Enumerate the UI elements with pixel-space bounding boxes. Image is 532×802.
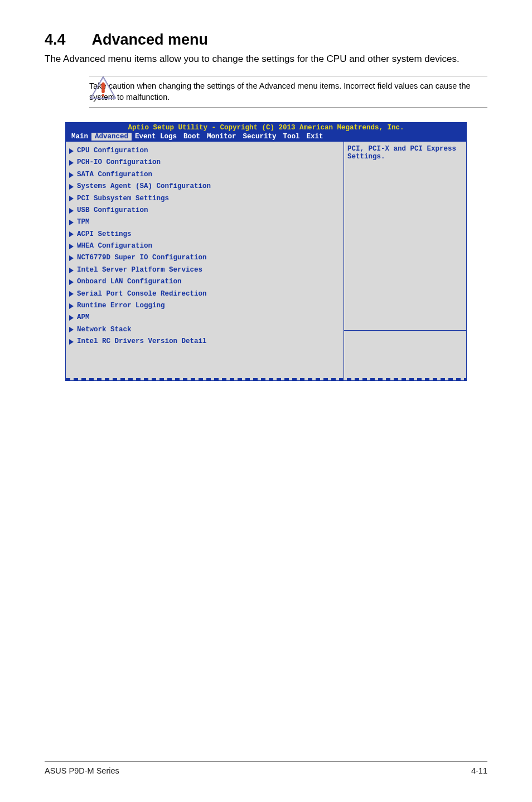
svg-marker-16	[69, 303, 74, 309]
lead-paragraph: The Advanced menu items allow you to cha…	[45, 53, 487, 66]
submenu-arrow-icon	[69, 315, 74, 321]
bios-screenshot: Aptio Setup Utility - Copyright (C) 2013…	[65, 122, 467, 381]
svg-marker-14	[69, 279, 74, 285]
svg-marker-6	[69, 184, 74, 190]
svg-marker-17	[69, 315, 74, 321]
bios-tab-security[interactable]: Security	[240, 133, 280, 141]
submenu-arrow-icon	[69, 208, 74, 214]
svg-marker-18	[69, 327, 74, 332]
submenu-arrow-icon	[69, 244, 74, 249]
bios-menu-label: APM	[77, 312, 90, 323]
bios-menu-item[interactable]: PCI Subsystem Settings	[69, 193, 340, 205]
bios-menu-item[interactable]: NCT6779D Super IO Configuration	[69, 252, 340, 264]
svg-point-2	[102, 94, 104, 96]
submenu-arrow-icon	[69, 184, 74, 190]
svg-marker-4	[69, 160, 74, 166]
bios-menu-label: Onboard LAN Configuration	[77, 277, 182, 287]
bios-help-lower-box	[344, 330, 466, 378]
svg-marker-11	[69, 244, 74, 249]
bios-menu-item[interactable]: PCH-IO Configuration	[69, 157, 340, 168]
bios-menu-item[interactable]: CPU Configuration	[69, 145, 340, 157]
bios-menu-item[interactable]: ACPI Settings	[69, 229, 340, 240]
svg-marker-7	[69, 196, 74, 201]
section-heading: 4.4 Advanced menu	[45, 31, 487, 49]
bios-menu-item[interactable]: Serial Port Console Redirection	[69, 288, 340, 300]
bios-menu-label: USB Configuration	[77, 205, 148, 216]
submenu-arrow-icon	[69, 172, 74, 178]
submenu-arrow-icon	[69, 148, 74, 154]
bios-tab-monitor[interactable]: Monitor	[204, 133, 240, 141]
svg-marker-5	[69, 172, 74, 178]
bios-help-pane: PCI, PCI-X and PCI Express Settings.	[344, 142, 466, 378]
bios-tab-advanced[interactable]: Advanced	[91, 133, 132, 141]
bios-title: Aptio Setup Utility - Copyright (C) 2013…	[66, 123, 466, 133]
section-title: Advanced menu	[92, 31, 209, 48]
footer-left: ASUS P9D-M Series	[45, 766, 119, 775]
bios-menu-item[interactable]: Runtime Error Logging	[69, 300, 340, 312]
bios-menu-label: Serial Port Console Redirection	[77, 289, 207, 299]
bios-menu-item[interactable]: Onboard LAN Configuration	[69, 276, 340, 288]
submenu-arrow-icon	[69, 196, 74, 201]
svg-marker-8	[69, 208, 74, 214]
bios-menu-item[interactable]: WHEA Configuration	[69, 240, 340, 252]
bios-menu-item[interactable]: Network Stack	[69, 324, 340, 336]
bios-menu-item[interactable]: SATA Configuration	[69, 169, 340, 181]
bios-tab-eventlogs[interactable]: Event Logs	[132, 133, 180, 141]
bios-menu-label: Runtime Error Logging	[77, 301, 165, 311]
svg-rect-1	[101, 88, 105, 93]
submenu-arrow-icon	[69, 220, 74, 225]
bios-menu-label: ACPI Settings	[77, 229, 132, 240]
caution-block: Take caution when changing the settings …	[89, 76, 487, 108]
bios-menu-item[interactable]: Intel RC Drivers Version Detail	[69, 336, 340, 347]
bios-menu-label: PCI Subsystem Settings	[77, 194, 169, 204]
bios-tab-tool[interactable]: Tool	[280, 133, 303, 141]
submenu-arrow-icon	[69, 339, 74, 345]
svg-marker-3	[69, 148, 74, 154]
submenu-arrow-icon	[69, 279, 74, 285]
bios-menu-item[interactable]: Systems Agent (SA) Configuration	[69, 181, 340, 192]
bios-tab-boot[interactable]: Boot	[180, 133, 204, 141]
submenu-arrow-icon	[69, 268, 74, 273]
bios-menu-label: WHEA Configuration	[77, 241, 152, 252]
bios-help-text: PCI, PCI-X and PCI Express Settings.	[347, 145, 463, 161]
svg-marker-19	[69, 339, 74, 345]
bios-tab-bar: Main Advanced Event Logs Boot Monitor Se…	[66, 133, 466, 142]
bios-menu-label: Intel RC Drivers Version Detail	[77, 336, 207, 347]
bios-tab-exit[interactable]: Exit	[303, 133, 327, 141]
svg-marker-13	[69, 268, 74, 273]
section-number: 4.4	[45, 31, 88, 49]
submenu-arrow-icon	[69, 303, 74, 309]
caution-text: Take caution when changing the settings …	[89, 80, 487, 104]
bios-menu-item[interactable]: USB Configuration	[69, 205, 340, 216]
svg-marker-10	[69, 231, 74, 237]
bios-menu-label: Intel Server Platform Services	[77, 265, 202, 276]
caution-icon	[89, 76, 117, 103]
bios-menu-item[interactable]: APM	[69, 312, 340, 323]
submenu-arrow-icon	[69, 291, 74, 297]
svg-marker-15	[69, 291, 74, 297]
submenu-arrow-icon	[69, 231, 74, 237]
page-footer: ASUS P9D-M Series 4-11	[45, 761, 487, 775]
bios-menu-label: SATA Configuration	[77, 170, 152, 180]
footer-right: 4-11	[471, 766, 487, 775]
submenu-arrow-icon	[69, 160, 74, 166]
bios-menu-item[interactable]: TPM	[69, 216, 340, 228]
submenu-arrow-icon	[69, 255, 74, 261]
bios-menu-label: NCT6779D Super IO Configuration	[77, 253, 207, 263]
bios-bottom-divider	[66, 378, 466, 380]
bios-tab-main[interactable]: Main	[68, 133, 91, 141]
bios-menu-label: TPM	[77, 217, 90, 228]
bios-menu-label: PCH-IO Configuration	[77, 157, 161, 168]
bios-menu-list: CPU Configuration PCH-IO Configuration S…	[66, 142, 344, 378]
bios-menu-label: CPU Configuration	[77, 146, 148, 156]
svg-marker-9	[69, 220, 74, 225]
bios-menu-item[interactable]: Intel Server Platform Services	[69, 264, 340, 276]
bios-menu-label: Systems Agent (SA) Configuration	[77, 181, 211, 192]
bios-menu-label: Network Stack	[77, 325, 132, 335]
submenu-arrow-icon	[69, 327, 74, 332]
svg-marker-12	[69, 255, 74, 261]
